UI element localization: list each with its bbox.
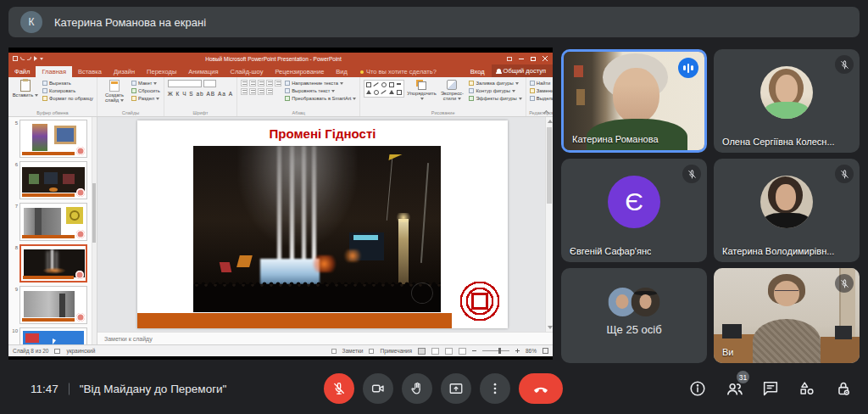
collapse-ribbon-icon[interactable] xyxy=(543,109,550,115)
language-indicator[interactable]: украинский xyxy=(66,348,95,354)
slide-thumbnail-8-selected[interactable]: 8 xyxy=(10,244,97,283)
shape-fill-button[interactable]: Заливка фигуры xyxy=(469,81,521,86)
participant-tile-overflow[interactable]: Ще 25 осіб xyxy=(561,268,707,363)
host-controls-button[interactable] xyxy=(832,378,854,400)
tab-transitions[interactable]: Переходы xyxy=(141,66,182,77)
sign-in-button[interactable]: Вход xyxy=(464,66,492,77)
thumbnail-scrollbar[interactable] xyxy=(92,117,97,344)
find-button[interactable]: Найти xyxy=(530,81,553,86)
slide-sorter-view-button[interactable] xyxy=(431,348,439,355)
clipboard-group: Вставить Вырезать Копировать Формат по о… xyxy=(8,77,97,116)
slide-thumbnail-7[interactable]: 7 xyxy=(10,203,97,241)
end-call-button[interactable] xyxy=(519,373,563,404)
select-button[interactable]: Выделить xyxy=(530,96,553,101)
share-button[interactable]: Общий доступ xyxy=(492,64,553,77)
spellcheck-icon[interactable] xyxy=(54,349,60,354)
activities-button[interactable] xyxy=(796,378,818,400)
drawing-group-label: Рисование xyxy=(360,110,525,115)
participants-panel-button[interactable]: 31 xyxy=(723,378,745,400)
list-buttons[interactable] xyxy=(241,80,281,87)
zoom-in-icon[interactable] xyxy=(515,349,520,353)
new-slide-button[interactable]: Создать слайд xyxy=(101,80,128,104)
restore-button[interactable] xyxy=(527,53,539,64)
select-icon xyxy=(530,96,535,101)
slideshow-view-button[interactable] xyxy=(459,348,466,355)
align-buttons[interactable] xyxy=(241,88,281,95)
slide-thumbnail-9[interactable]: 9 xyxy=(10,286,97,324)
lightbulb-icon xyxy=(360,70,364,74)
redo-icon[interactable] xyxy=(27,57,31,60)
ribbon-options-button[interactable] xyxy=(504,53,515,64)
arrange-button[interactable]: Упорядочить xyxy=(408,80,435,102)
notes-pane[interactable]: Заметки к слайду xyxy=(97,332,553,344)
present-button[interactable] xyxy=(441,373,471,404)
participant-tile-yevhenii[interactable]: Є Євгеній Сафар'янс xyxy=(561,159,707,262)
shapes-gallery[interactable] xyxy=(364,80,404,98)
tab-home[interactable]: Главная xyxy=(36,66,72,77)
new-slide-icon xyxy=(109,80,120,92)
chat-panel-button[interactable] xyxy=(760,378,782,400)
participant-tile-katerina-v[interactable]: Катерина Володимирівн... xyxy=(714,159,860,262)
tab-file[interactable]: Файл xyxy=(8,66,36,77)
participant-tile-olena[interactable]: Олена Сергіївна Колесн... xyxy=(714,49,860,153)
call-controls xyxy=(324,373,563,404)
minimize-button[interactable] xyxy=(515,53,527,64)
font-size-input[interactable] xyxy=(203,80,216,87)
layout-button[interactable]: Макет xyxy=(131,81,160,86)
section-button[interactable]: Раздел xyxy=(131,96,160,101)
slides-group-label: Слайды xyxy=(97,110,164,115)
normal-view-button[interactable] xyxy=(418,348,426,355)
font-format-buttons[interactable]: Ж К Ч S ab АВ Аа А xyxy=(168,91,233,97)
presenting-banner: К Катерина Романова на екрані xyxy=(8,7,860,37)
comments-toggle[interactable]: Примечания xyxy=(380,348,412,354)
font-name-input[interactable] xyxy=(168,80,202,87)
zoom-slider[interactable] xyxy=(482,350,509,351)
fit-slide-icon[interactable] xyxy=(542,348,548,354)
text-direction-button[interactable]: Направление текста xyxy=(285,81,356,86)
raise-hand-button[interactable] xyxy=(402,373,432,404)
tab-view[interactable]: Вид xyxy=(330,66,353,77)
tell-me-box[interactable]: Что вы хотите сделать? xyxy=(353,66,443,77)
slide-title: Промені Гідності xyxy=(137,126,508,141)
participant-tile-katerina-romanova[interactable]: Катерина Романова xyxy=(561,49,707,153)
presenting-banner-text: Катерина Романова на екрані xyxy=(54,16,206,29)
replace-button[interactable]: Заменить xyxy=(530,88,553,93)
copy-button[interactable]: Копировать xyxy=(42,88,93,93)
tab-slideshow[interactable]: Слайд-шоу xyxy=(225,66,270,77)
save-icon[interactable] xyxy=(13,56,18,61)
clipboard-icon xyxy=(20,80,31,92)
meeting-details-button[interactable] xyxy=(687,378,709,400)
reset-button[interactable]: Сбросить xyxy=(131,88,160,93)
tab-design[interactable]: Дизайн xyxy=(108,66,141,77)
mic-toggle-button[interactable] xyxy=(324,373,354,404)
participant-tile-you[interactable]: Ви xyxy=(714,268,860,363)
undo-icon[interactable] xyxy=(20,57,25,60)
start-slideshow-icon[interactable] xyxy=(34,56,37,61)
shape-outline-button[interactable]: Контур фигуры xyxy=(469,88,521,93)
zoom-percentage[interactable]: 86% xyxy=(526,348,537,354)
align-text-label: Выровнять текст xyxy=(292,88,335,93)
slide-thumbnail-5[interactable]: 5 xyxy=(10,120,97,158)
slide-thumbnail-10[interactable]: 10 xyxy=(10,327,97,344)
shape-effects-button[interactable]: Эффекты фигуры xyxy=(469,96,521,101)
quick-styles-button[interactable]: Экспресс-стили xyxy=(438,80,465,102)
canvas-scrollbar[interactable] xyxy=(545,117,553,332)
reading-view-button[interactable] xyxy=(445,348,453,355)
font-group-label: Шрифт xyxy=(164,110,236,115)
slide-thumbnail-6[interactable]: 6 xyxy=(10,161,97,199)
align-text-button[interactable]: Выровнять текст xyxy=(285,88,356,93)
tab-animations[interactable]: Анимация xyxy=(182,66,224,77)
close-button[interactable] xyxy=(539,53,551,64)
more-options-button[interactable] xyxy=(480,373,510,404)
reset-label: Сбросить xyxy=(138,88,160,93)
overflow-count-label: Ще 25 осіб xyxy=(561,323,707,336)
smartart-button[interactable]: Преобразовать в SmartArt xyxy=(285,96,356,101)
tab-insert[interactable]: Вставка xyxy=(72,66,108,77)
paste-button[interactable]: Вставить xyxy=(12,80,39,98)
camera-toggle-button[interactable] xyxy=(363,373,393,404)
format-painter-button[interactable]: Формат по образцу xyxy=(42,96,93,101)
notes-toggle[interactable]: Заметки xyxy=(342,348,364,354)
zoom-out-icon[interactable] xyxy=(472,350,476,351)
tab-review[interactable]: Рецензирование xyxy=(269,66,330,77)
cut-button[interactable]: Вырезать xyxy=(42,81,93,86)
